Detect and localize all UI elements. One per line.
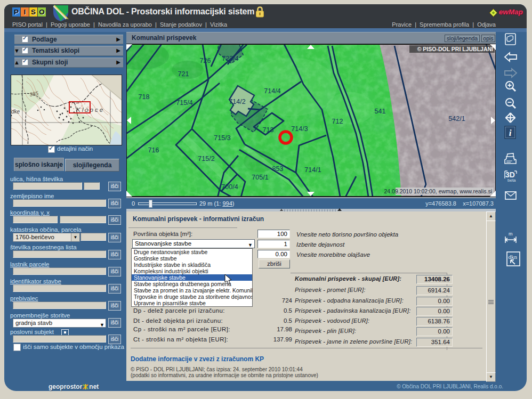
svg-text:726: 726 — [200, 57, 211, 64]
svg-text:715/3: 715/3 — [214, 134, 230, 142]
svg-text:715/4: 715/4 — [176, 99, 192, 107]
svg-text:721: 721 — [178, 70, 189, 78]
svg-text:m: m — [509, 231, 513, 237]
svg-text:i: i — [509, 128, 512, 138]
svg-text:beta: beta — [507, 178, 516, 183]
svg-text:723/4: 723/4 — [222, 55, 238, 62]
svg-text:718: 718 — [139, 93, 150, 101]
svg-text:713: 713 — [263, 126, 274, 134]
svg-text:541: 541 — [375, 108, 386, 115]
svg-text:© PISO-DOL PRI LJUBLJANI: © PISO-DOL PRI LJUBLJANI — [417, 46, 493, 52]
svg-text:dke: dke — [11, 109, 20, 115]
svg-text:24.09.2010 10:02:00, ewmap, ww: 24.09.2010 10:02:00, ewmap, www.realis.s… — [384, 188, 492, 194]
svg-text:700/4: 700/4 — [221, 183, 238, 191]
svg-text:714/4: 714/4 — [264, 87, 280, 95]
svg-text:705/1: 705/1 — [252, 174, 268, 181]
svg-text:714/3: 714/3 — [291, 125, 308, 133]
svg-text:716: 716 — [148, 146, 159, 154]
svg-text:714/1: 714/1 — [304, 166, 321, 174]
svg-text:714/2: 714/2 — [229, 98, 245, 105]
svg-text:542/1: 542/1 — [448, 115, 465, 123]
svg-text:dkn: dkn — [509, 254, 518, 260]
svg-text:712: 712 — [332, 118, 343, 125]
svg-text:715/2: 715/2 — [198, 155, 214, 162]
svg-text:853: 853 — [272, 165, 284, 173]
